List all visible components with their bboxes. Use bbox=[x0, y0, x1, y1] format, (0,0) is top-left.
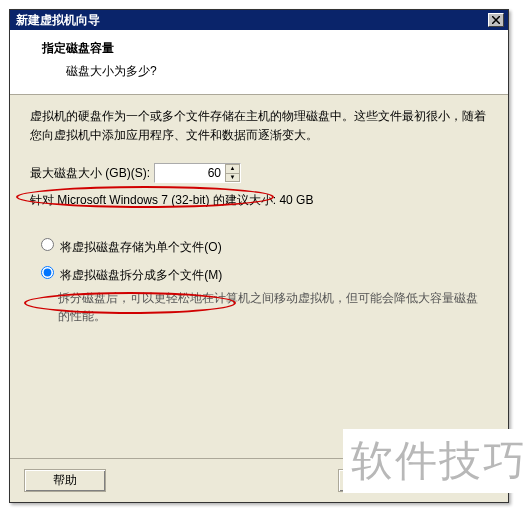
spinner-buttons: ▲ ▼ bbox=[225, 164, 240, 182]
page-subtitle: 磁盘大小为多少? bbox=[42, 63, 492, 80]
disk-size-label: 最大磁盘大小 (GB)(S): bbox=[30, 164, 150, 183]
spinner-down[interactable]: ▼ bbox=[225, 173, 240, 183]
back-button[interactable]: < 上一步(B) bbox=[338, 469, 422, 492]
radio-split-files[interactable]: 将虚拟磁盘拆分成多个文件(M) bbox=[36, 268, 222, 282]
disk-size-input[interactable] bbox=[155, 164, 225, 182]
radio-split-files-input[interactable] bbox=[41, 266, 54, 279]
window-title: 新建虚拟机向导 bbox=[16, 12, 100, 29]
disk-size-row: 最大磁盘大小 (GB)(S): ▲ ▼ bbox=[30, 163, 488, 183]
recommended-size-text: 针对 Microsoft Windows 7 (32-bit) 的建议大小: 4… bbox=[30, 191, 488, 210]
radio-single-file-label: 将虚拟磁盘存储为单个文件(O) bbox=[60, 240, 221, 254]
wizard-header: 指定磁盘容量 磁盘大小为多少? bbox=[10, 30, 508, 95]
page-title: 指定磁盘容量 bbox=[42, 40, 492, 57]
new-vm-wizard-dialog: 新建虚拟机向导 指定磁盘容量 磁盘大小为多少? 虚拟机的硬盘作为一个或多个文件存… bbox=[9, 9, 509, 503]
intro-text: 虚拟机的硬盘作为一个或多个文件存储在主机的物理磁盘中。这些文件最初很小，随着您向… bbox=[30, 107, 488, 145]
radio-single-file-input[interactable] bbox=[41, 238, 54, 251]
radio-single-file-row: 将虚拟磁盘存储为单个文件(O) bbox=[36, 235, 488, 257]
titlebar: 新建虚拟机向导 bbox=[10, 10, 508, 30]
spinner-up[interactable]: ▲ bbox=[225, 164, 240, 173]
radio-split-files-label: 将虚拟磁盘拆分成多个文件(M) bbox=[60, 268, 222, 282]
wizard-footer: 帮助 < 上一步(B) 下一步 bbox=[10, 458, 508, 502]
next-button[interactable]: 下一步 bbox=[434, 469, 494, 492]
radio-single-file[interactable]: 将虚拟磁盘存储为单个文件(O) bbox=[36, 240, 222, 254]
close-button[interactable] bbox=[488, 13, 504, 27]
radio-split-files-row: 将虚拟磁盘拆分成多个文件(M) 拆分磁盘后，可以更轻松地在计算机之间移动虚拟机，… bbox=[36, 263, 488, 325]
radio-split-files-desc: 拆分磁盘后，可以更轻松地在计算机之间移动虚拟机，但可能会降低大容量磁盘的性能。 bbox=[58, 289, 488, 325]
help-button[interactable]: 帮助 bbox=[24, 469, 106, 492]
close-icon bbox=[492, 16, 500, 24]
wizard-body: 虚拟机的硬盘作为一个或多个文件存储在主机的物理磁盘中。这些文件最初很小，随着您向… bbox=[10, 95, 508, 458]
disk-size-spinner[interactable]: ▲ ▼ bbox=[154, 163, 241, 183]
